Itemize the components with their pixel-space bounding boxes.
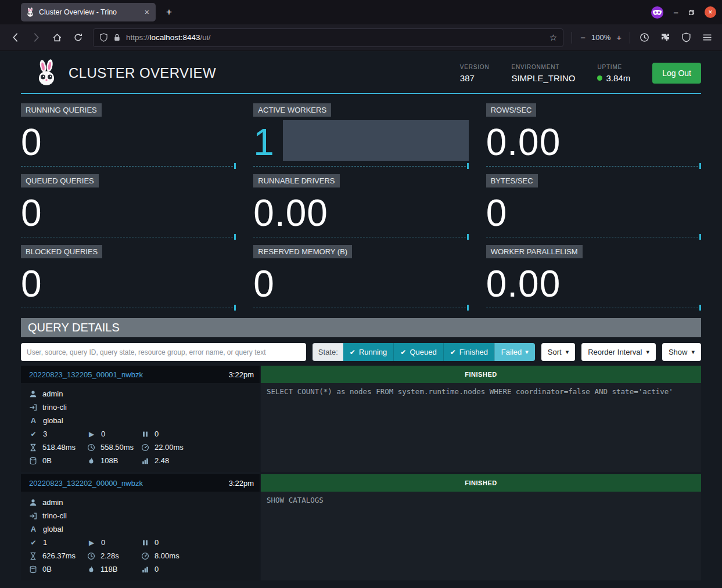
stat-card-active-workers: ACTIVE WORKERS 1: [253, 103, 468, 168]
caret-down-icon: ▾: [525, 349, 529, 355]
sort-dropdown[interactable]: Sort▾: [541, 343, 575, 361]
url-bar[interactable]: https://localhost:8443/ui/ ☆: [93, 28, 563, 47]
running-splits-value: 0: [101, 430, 105, 438]
elapsed-time-value: 558.50ms: [100, 443, 134, 452]
history-clock-icon: [640, 33, 649, 42]
menu-button[interactable]: [698, 29, 716, 46]
protection-button[interactable]: [677, 29, 695, 46]
query-time: 3:22pm: [229, 479, 254, 488]
stat-value: 0: [21, 266, 42, 302]
zoom-out-button[interactable]: −: [577, 33, 589, 42]
completed-splits-value: 1: [43, 538, 47, 547]
stat-label: QUEUED QUERIES: [21, 174, 99, 187]
url-text: https://localhost:8443/ui/: [126, 33, 211, 42]
back-button[interactable]: [6, 29, 24, 46]
environment-meta: ENVIRONMENT SIMPLE_TRINO: [511, 64, 575, 83]
logout-button[interactable]: Log Out: [652, 63, 701, 84]
stat-value-row: 0: [21, 118, 236, 161]
state-filter-label: State:: [312, 343, 343, 361]
check-icon: ✔: [450, 348, 456, 356]
query-id-link[interactable]: 20220823_132205_00001_nwbzk: [29, 370, 143, 379]
hdd-icon: [29, 565, 37, 573]
window-minimize-button[interactable]: −: [673, 8, 678, 17]
window-close-button[interactable]: ×: [705, 6, 716, 18]
caret-down-icon: ▾: [691, 349, 695, 355]
bookmark-star-icon[interactable]: ☆: [549, 33, 557, 43]
query-search-input[interactable]: [21, 343, 306, 361]
stat-card-queued-queries: QUEUED QUERIES 0: [21, 174, 236, 239]
zoom-in-button[interactable]: +: [613, 33, 625, 42]
running-splits-play-icon: ▶: [87, 539, 96, 547]
new-tab-button[interactable]: +: [161, 5, 177, 19]
state-filter-failed-dropdown[interactable]: Failed▾: [494, 343, 535, 361]
gauge-icon: [141, 443, 149, 452]
query-status: FINISHED: [465, 371, 497, 378]
show-dropdown[interactable]: Show▾: [662, 343, 701, 361]
wall-time-value: 626.37ms: [42, 551, 76, 560]
trino-logo: [34, 59, 59, 87]
reorder-interval-dropdown[interactable]: Reorder Interval▾: [581, 343, 656, 361]
uptime-meta: UPTIME 3.84m: [597, 64, 630, 83]
history-button[interactable]: [635, 29, 653, 46]
tracking-shield-icon[interactable]: [99, 33, 108, 42]
stat-value: 1: [253, 124, 275, 161]
trino-cluster-overview-page: CLUSTER OVERVIEW VERSION 387 ENVIRONMENT…: [0, 51, 722, 588]
reload-button[interactable]: [69, 29, 87, 46]
stat-value: 0.00: [486, 266, 561, 302]
toolbar-divider: [572, 32, 572, 44]
running-splits-value: 0: [101, 538, 105, 547]
window-restore-button[interactable]: [688, 9, 695, 16]
forward-button[interactable]: [27, 29, 45, 46]
queued-splits-value: 0: [155, 538, 159, 547]
queued-splits: 0: [141, 538, 254, 547]
environment-label: ENVIRONMENT: [511, 64, 575, 70]
stat-label: BLOCKED QUERIES: [21, 245, 102, 258]
query-sql-text: SELECT COUNT(*) as nodes FROM system.run…: [267, 387, 673, 396]
tab-close-icon[interactable]: ×: [143, 8, 151, 17]
window-controls: − ×: [651, 6, 716, 19]
stat-value: 0: [21, 124, 42, 161]
state-filter-failed-label: Failed: [501, 348, 522, 356]
current-memory: 0B: [29, 565, 87, 573]
query-user-row: admin: [29, 496, 254, 509]
user-icon: [29, 499, 37, 507]
app-header: CLUSTER OVERVIEW VERSION 387 ENVIRONMENT…: [0, 51, 722, 93]
query-resource-group: global: [43, 416, 63, 425]
cpu-time: 22.00ms: [141, 443, 254, 452]
query-splits-row: ✔3 ▶0 0: [29, 427, 254, 441]
home-icon: [52, 33, 62, 42]
uptime-value: 3.84m: [606, 73, 630, 83]
zoom-level[interactable]: 100%: [591, 33, 610, 42]
stat-value-row: 1: [253, 118, 468, 161]
stat-card-runnable-drivers: RUNNABLE DRIVERS 0.00: [253, 174, 468, 239]
browser-toolbar: https://localhost:8443/ui/ ☆ − 100% +: [0, 24, 722, 51]
state-filter-finished[interactable]: ✔Finished: [443, 343, 494, 361]
query-resource-group: global: [43, 525, 63, 533]
query-memory-row: 0B 108B 2.48: [29, 454, 254, 467]
stat-card-reserved-memory: RESERVED MEMORY (B) 0: [253, 245, 468, 310]
state-filter-running-label: Running: [359, 348, 387, 356]
stat-sparkline: [486, 304, 701, 308]
query-id-link[interactable]: 20220823_132202_00000_nwbzk: [29, 479, 143, 488]
query-card-body: admin trino-cli Aglobal ✔3 ▶0 0 518.48ms…: [21, 383, 701, 472]
wall-time: 518.48ms: [29, 443, 87, 452]
stat-value: 0: [21, 195, 42, 232]
parallelism: 0: [141, 565, 254, 573]
stat-value-row: 0.00: [253, 189, 468, 232]
extension-mask-icon[interactable]: [651, 6, 664, 19]
extensions-puzzle-icon: [660, 33, 670, 42]
lock-icon[interactable]: [113, 33, 121, 42]
query-resource-group-row: Aglobal: [29, 522, 254, 536]
toolbar-divider: [630, 32, 630, 44]
queued-splits-pause-icon: [141, 539, 149, 547]
stat-card-running-queries: RUNNING QUERIES 0: [21, 103, 236, 168]
state-filter-running[interactable]: ✔Running: [343, 343, 394, 361]
stat-value: 0.00: [253, 195, 328, 232]
state-filter-queued[interactable]: ✔Queued: [393, 343, 443, 361]
query-source-row: trino-cli: [29, 401, 254, 414]
browser-tab[interactable]: Cluster Overview - Trino ×: [21, 3, 156, 21]
extensions-button[interactable]: [656, 29, 674, 46]
home-button[interactable]: [48, 29, 66, 46]
current-memory-value: 0B: [42, 565, 52, 573]
queued-splits: 0: [141, 430, 254, 438]
